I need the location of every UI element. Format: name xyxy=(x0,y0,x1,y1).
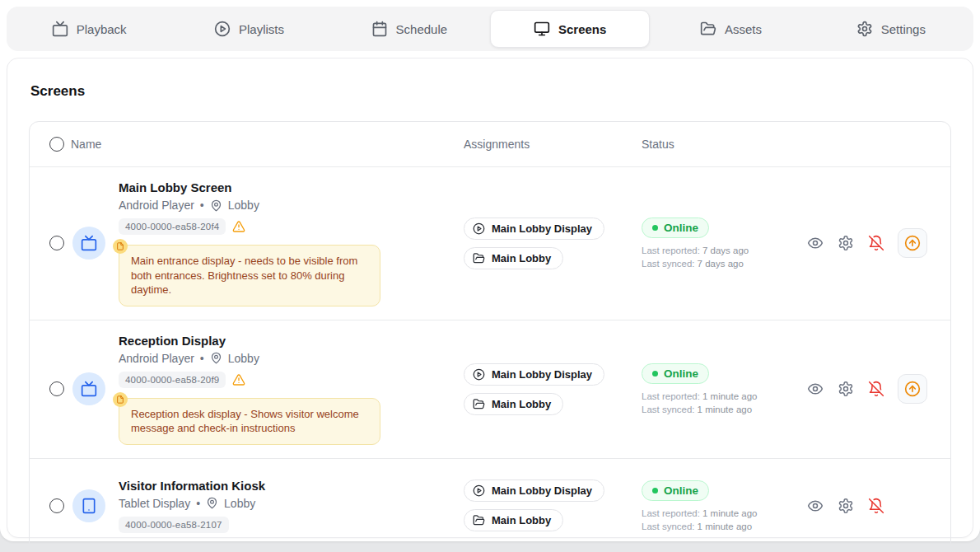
screen-meta: Tablet Display • Lobby xyxy=(119,497,265,510)
status-text: Online xyxy=(664,484,698,497)
location-label: Lobby xyxy=(228,199,259,212)
tv-icon xyxy=(81,235,97,251)
play-circle-icon xyxy=(214,21,231,37)
page-title: Screens xyxy=(30,83,951,100)
row-checkbox[interactable] xyxy=(49,236,64,250)
map-pin-icon xyxy=(210,352,222,364)
notifications-off-button[interactable] xyxy=(867,235,884,252)
last-reported: Last reported:7 days ago xyxy=(642,246,790,255)
screen-name: Visitor Information Kiosk xyxy=(119,479,265,493)
dot-separator: • xyxy=(196,497,200,510)
update-player-button[interactable] xyxy=(898,374,927,404)
assignment-playlist-pill[interactable]: Main Lobby Display xyxy=(464,218,604,240)
notifications-off-button[interactable] xyxy=(867,381,884,398)
note-text: Main entrance display - needs to be visi… xyxy=(131,255,357,296)
assignment-playlist-pill[interactable]: Main Lobby Display xyxy=(464,363,604,386)
tab-assets[interactable]: Assets xyxy=(651,10,810,48)
status-badge: Online xyxy=(642,363,709,384)
online-dot xyxy=(652,488,658,494)
select-all-checkbox[interactable] xyxy=(49,137,64,152)
row-checkbox[interactable] xyxy=(49,381,64,396)
device-avatar xyxy=(72,372,105,405)
location-label: Lobby xyxy=(228,352,259,365)
eye-icon xyxy=(807,381,824,397)
note-file-icon xyxy=(113,392,128,407)
tab-label: Screens xyxy=(558,22,606,36)
bell-off-icon xyxy=(868,381,884,397)
assignment-folder-pill[interactable]: Main Lobby xyxy=(464,393,563,415)
screen-settings-button[interactable] xyxy=(837,497,854,514)
calendar-icon xyxy=(371,21,388,37)
circle-arrow-up-icon xyxy=(904,235,921,251)
assignment-playlist-pill[interactable]: Main Lobby Display xyxy=(464,479,604,502)
assignment-label: Main Lobby xyxy=(492,514,551,526)
warning-triangle-icon xyxy=(232,220,245,233)
location-label: Lobby xyxy=(224,497,255,510)
preview-button[interactable] xyxy=(806,235,824,252)
last-reported: Last reported:1 minute ago xyxy=(642,391,790,401)
update-player-button[interactable] xyxy=(898,228,927,258)
status-badge: Online xyxy=(642,218,709,238)
column-header-assignments: Assignments xyxy=(464,138,642,151)
eye-icon xyxy=(807,235,824,251)
dot-separator: • xyxy=(200,352,204,365)
assignment-label: Main Lobby xyxy=(492,252,551,264)
table-header-row: Name Assignments Status xyxy=(30,122,950,167)
monitor-icon xyxy=(534,21,550,37)
play-circle-icon xyxy=(473,484,485,497)
gear-icon xyxy=(856,21,873,37)
tab-label: Schedule xyxy=(396,22,448,36)
status-text: Online xyxy=(664,222,698,234)
tab-screens[interactable]: Screens xyxy=(490,10,650,48)
tablet-icon xyxy=(81,498,97,514)
eye-icon xyxy=(807,498,824,514)
screen-meta: Android Player • Lobby xyxy=(119,352,380,365)
map-pin-icon xyxy=(206,497,218,509)
last-synced: Last synced:1 minute ago xyxy=(642,522,790,531)
tab-label: Assets xyxy=(725,22,762,36)
tab-schedule[interactable]: Schedule xyxy=(330,10,488,48)
screens-panel: Screens Name Assignments Status Main Lo xyxy=(7,58,973,538)
note-file-icon xyxy=(113,239,128,254)
bell-off-icon xyxy=(868,235,884,251)
assignment-label: Main Lobby Display xyxy=(492,222,592,235)
screen-settings-button[interactable] xyxy=(837,381,854,398)
last-synced: Last synced:7 days ago xyxy=(642,259,790,269)
tv-icon xyxy=(52,21,68,37)
gear-icon xyxy=(838,381,854,397)
screen-note: Reception desk display - Shows visitor w… xyxy=(119,398,380,445)
row-checkbox[interactable] xyxy=(49,498,64,513)
player-type: Tablet Display xyxy=(119,497,190,510)
notifications-off-button[interactable] xyxy=(867,497,884,514)
tab-settings[interactable]: Settings xyxy=(812,10,970,48)
online-dot xyxy=(652,371,658,377)
screens-table: Name Assignments Status Main Lobby Scree… xyxy=(29,121,951,552)
tab-playlists[interactable]: Playlists xyxy=(170,10,328,48)
map-pin-icon xyxy=(210,199,222,212)
tab-playback[interactable]: Playback xyxy=(10,10,168,48)
status-badge: Online xyxy=(642,480,709,501)
screen-meta: Android Player • Lobby xyxy=(119,199,380,212)
device-id-badge: 4000-0000-ea58-20f9 xyxy=(119,372,226,388)
bell-off-icon xyxy=(868,498,884,514)
tv-icon xyxy=(81,381,97,397)
online-dot xyxy=(652,225,658,231)
assignment-folder-pill[interactable]: Main Lobby xyxy=(464,509,563,531)
preview-button[interactable] xyxy=(806,381,824,398)
assignment-folder-pill[interactable]: Main Lobby xyxy=(464,247,563,269)
device-avatar xyxy=(72,227,105,260)
preview-button[interactable] xyxy=(806,497,824,514)
screen-name: Main Lobby Screen xyxy=(119,180,380,194)
top-navigation: Playback Playlists Schedule Screens Asse… xyxy=(7,7,973,51)
warning-triangle-icon xyxy=(232,373,245,386)
last-reported: Last reported:1 minute ago xyxy=(642,508,790,518)
table-row: Reception Display Android Player • Lobby… xyxy=(30,320,950,459)
column-header-name: Name xyxy=(71,138,464,151)
device-id-badge: 4000-0000-ea58-2107 xyxy=(119,517,229,533)
folder-icon xyxy=(473,398,485,410)
status-text: Online xyxy=(664,367,698,380)
screen-settings-button[interactable] xyxy=(837,235,854,252)
screen-note: Main entrance display - needs to be visi… xyxy=(119,245,380,306)
device-id-badge: 4000-0000-ea58-20f4 xyxy=(119,218,226,235)
dot-separator: • xyxy=(200,199,204,212)
